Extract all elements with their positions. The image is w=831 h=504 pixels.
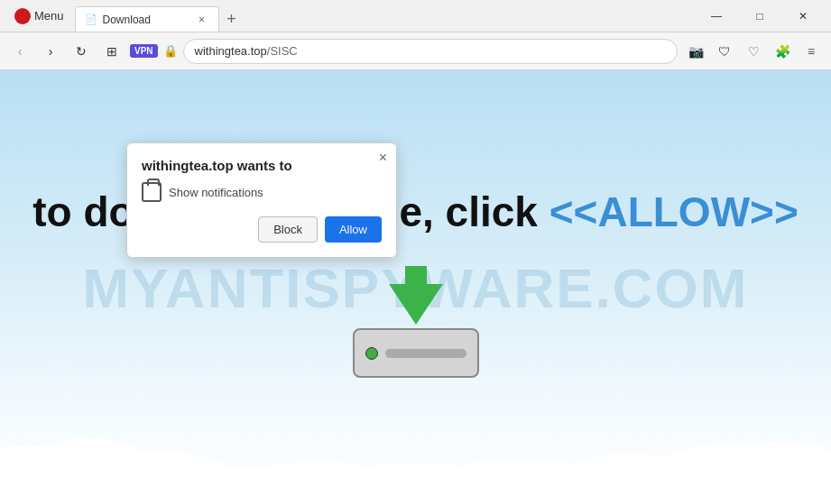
notification-popup: × withingtea.top wants to Show notificat… xyxy=(126,142,397,258)
shield-button[interactable]: 🛡 xyxy=(712,39,737,64)
new-tab-button[interactable]: + xyxy=(219,6,245,32)
popup-close-button[interactable]: × xyxy=(379,151,387,165)
allow-button[interactable]: Allow xyxy=(325,216,382,243)
close-window-button[interactable]: ✕ xyxy=(782,4,824,29)
maximize-button[interactable]: □ xyxy=(739,4,780,29)
back-button[interactable]: ‹ xyxy=(7,39,32,64)
tab-favicon-icon: 📄 xyxy=(85,14,97,25)
reload-button[interactable]: ↻ xyxy=(69,39,94,64)
block-button[interactable]: Block xyxy=(258,216,318,243)
vpn-badge[interactable]: VPN xyxy=(130,44,158,58)
address-actions: 📷 🛡 ♡ 🧩 ≡ xyxy=(683,39,824,64)
opera-logo-icon xyxy=(14,8,31,24)
tab-title: Download xyxy=(103,14,189,26)
address-bar: ‹ › ↻ ⊞ VPN 🔒 withingtea.top/SISC 📷 🛡 ♡ … xyxy=(0,32,831,70)
url-domain: withingtea.top xyxy=(195,44,267,58)
browser-window: Menu 📄 Download × + — □ ✕ ‹ › ↻ ⊞ VPN 🔒 … xyxy=(0,0,831,504)
forward-button[interactable]: › xyxy=(38,39,63,64)
heart-button[interactable]: ♡ xyxy=(741,39,766,64)
notification-perm-icon xyxy=(142,182,162,202)
title-bar: Menu 📄 Download × + — □ ✕ xyxy=(0,0,831,32)
active-tab[interactable]: 📄 Download × xyxy=(75,6,219,32)
main-text-highlight: <<ALLOW>> xyxy=(549,188,799,235)
extension-button[interactable]: 🧩 xyxy=(770,39,795,64)
permission-text: Show notifications xyxy=(169,186,263,199)
hdd-icon xyxy=(353,328,479,378)
clouds-container xyxy=(0,378,831,504)
hdd-slot-icon xyxy=(385,349,466,358)
page-main-text: to download the file, click <<ALLOW>> xyxy=(0,188,831,237)
page-content: MYANTISPYWARE.COM to download the file, … xyxy=(0,70,831,504)
popup-title: withingtea.top wants to xyxy=(142,158,382,173)
popup-actions: Block Allow xyxy=(142,216,382,243)
camera-button[interactable]: 📷 xyxy=(683,39,708,64)
tab-close-button[interactable]: × xyxy=(195,13,209,27)
download-arrow-icon xyxy=(389,284,443,325)
minimize-button[interactable]: — xyxy=(696,4,737,29)
menu-button[interactable]: ≡ xyxy=(799,39,824,64)
grid-button[interactable]: ⊞ xyxy=(99,39,125,64)
opera-menu-button[interactable]: Menu xyxy=(7,5,71,28)
clouds-svg xyxy=(0,378,831,504)
lock-icon: 🔒 xyxy=(163,44,178,58)
hdd-led-icon xyxy=(365,347,378,360)
popup-permission: Show notifications xyxy=(142,182,382,202)
tab-bar: 📄 Download × + xyxy=(71,0,696,32)
menu-label: Menu xyxy=(34,9,64,23)
download-illustration xyxy=(353,284,479,378)
url-bar[interactable]: withingtea.top/SISC xyxy=(183,39,678,64)
window-controls: — □ ✕ xyxy=(696,4,824,29)
url-path: /SISC xyxy=(267,44,298,58)
